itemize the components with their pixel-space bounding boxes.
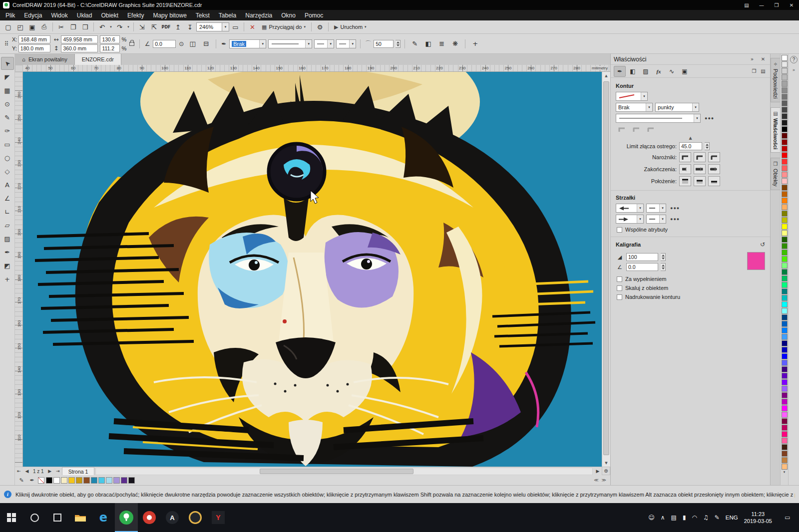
palette-color-swatch[interactable] xyxy=(782,405,788,411)
palette-color-swatch[interactable] xyxy=(782,237,788,243)
palette-color-swatch[interactable] xyxy=(782,191,788,197)
menu-efekty[interactable]: Efekty xyxy=(123,10,148,20)
crop-tool[interactable]: ▦ xyxy=(1,84,14,97)
text-tool[interactable]: A xyxy=(1,178,14,191)
zoom-level-combo[interactable]: 246%▾ xyxy=(196,22,229,31)
docker-options-icon[interactable]: ▤ xyxy=(759,67,767,75)
object-width-field[interactable]: 459.958 mm xyxy=(61,35,98,43)
menu-obiekt[interactable]: Obiekt xyxy=(96,10,123,20)
zoom-out-icon[interactable]: ↧ xyxy=(184,22,196,32)
dropdown-caret-icon[interactable]: ▾ xyxy=(108,22,113,32)
corner-roundness-spinner[interactable] xyxy=(396,40,400,48)
add-plus-icon[interactable]: + xyxy=(469,38,481,49)
side-tab-podpowiedzi[interactable]: ✧Podpowiedzi xyxy=(771,58,781,102)
color-eyedropper-tool[interactable]: ✒ xyxy=(1,246,14,259)
people-icon[interactable]: ☺ xyxy=(648,514,655,521)
outline-width-value-dropdown[interactable]: Brak ▾ xyxy=(616,103,653,112)
palette-color-swatch[interactable] xyxy=(782,152,788,158)
document-tab-enzore-cdr[interactable]: ENZORE.cdr xyxy=(75,54,121,65)
outline-color-dropdown[interactable]: ▾ xyxy=(616,92,648,101)
document-color-swatch[interactable] xyxy=(128,477,135,484)
nib-angle-field[interactable]: 0.0 xyxy=(626,263,658,271)
document-color-swatch[interactable] xyxy=(91,477,97,484)
palette-color-swatch[interactable] xyxy=(782,146,788,152)
menu-plik[interactable]: Plik xyxy=(1,10,19,20)
palette-color-swatch[interactable] xyxy=(782,288,788,294)
palette-color-swatch[interactable] xyxy=(782,204,788,210)
docker-close-icon[interactable]: ✕ xyxy=(759,55,767,63)
copy-icon[interactable]: ❐ xyxy=(67,22,79,32)
vertical-ruler[interactable]: 2602502402302202102001901801701601501401… xyxy=(15,72,23,467)
palette-color-swatch[interactable] xyxy=(782,185,788,191)
arrow-end-style-dropdown[interactable]: ▾ xyxy=(646,215,666,224)
publish-pdf-icon[interactable]: PDF xyxy=(160,22,172,32)
palette-color-swatch[interactable] xyxy=(782,412,788,418)
pinned-app[interactable]: Y xyxy=(207,503,230,532)
y-position-field[interactable]: 180.0 mm xyxy=(18,44,50,52)
pen-nib-icon[interactable]: ✒ xyxy=(27,476,36,484)
wifi-icon[interactable]: ◠ xyxy=(692,514,697,521)
outline-units-dropdown[interactable]: punkty ▾ xyxy=(655,103,699,112)
side-tab-właściwości[interactable]: ▤Właściwości xyxy=(771,107,781,153)
dropdown-caret-icon[interactable]: ▾ xyxy=(126,22,131,32)
palette-color-swatch[interactable] xyxy=(782,314,788,320)
palette-color-swatch[interactable] xyxy=(782,282,788,288)
transparency-tab-icon[interactable]: ▨ xyxy=(640,66,652,77)
last-page-button[interactable]: ⇥ xyxy=(54,468,62,475)
paste-icon[interactable]: ❒ xyxy=(79,22,91,32)
palette-color-swatch[interactable] xyxy=(782,399,788,405)
menu-pomoc[interactable]: Pomoc xyxy=(300,10,328,20)
palette-color-swatch[interactable] xyxy=(782,347,788,353)
palette-color-swatch[interactable] xyxy=(782,457,788,463)
curve-tab-icon[interactable]: ∿ xyxy=(666,66,678,77)
palette-color-swatch[interactable] xyxy=(782,256,788,262)
menu-edycja[interactable]: Edycja xyxy=(19,10,46,20)
arrow-start-style-dropdown[interactable]: ▾ xyxy=(646,204,666,213)
shape-tool[interactable]: ◤ xyxy=(1,70,14,83)
outline-style-icon[interactable]: ◧ xyxy=(422,38,434,49)
restore-button[interactable]: ❐ xyxy=(769,0,784,10)
chevron-up-icon[interactable]: ∧ xyxy=(661,514,665,521)
ellipse-tool[interactable]: ○ xyxy=(1,151,14,164)
full-screen-preview-icon[interactable]: ▭ xyxy=(230,22,241,32)
palette-color-swatch[interactable] xyxy=(782,55,788,61)
mirror-horizontal-icon[interactable]: ◫ xyxy=(187,38,198,49)
nib-stretch-spinner[interactable] xyxy=(661,253,666,261)
palette-color-swatch[interactable] xyxy=(782,379,788,385)
scale-height-field[interactable]: 111.2 xyxy=(100,44,120,52)
vertical-scroll-track[interactable] xyxy=(602,79,610,459)
palette-color-swatch[interactable] xyxy=(782,301,788,307)
artistic-pen-icon[interactable]: ✎ xyxy=(409,38,420,49)
horizontal-scroll-track[interactable] xyxy=(95,468,593,475)
position-inside-button[interactable] xyxy=(708,176,720,186)
first-page-button[interactable]: ⇤ xyxy=(15,468,23,475)
scroll-down-icon[interactable]: ▼ xyxy=(602,459,610,467)
snap-off-icon[interactable]: ✕ xyxy=(247,22,258,32)
outline-width-dropdown[interactable]: Brak ▾ xyxy=(229,39,266,48)
palette-color-swatch[interactable] xyxy=(782,340,788,346)
miter-limit-field[interactable]: 45.0 xyxy=(679,142,702,150)
document-color-swatch[interactable] xyxy=(53,477,60,484)
connector-tool[interactable]: ∟ xyxy=(1,205,14,218)
volume-icon[interactable]: ♫ xyxy=(703,514,709,521)
polygon-tool[interactable]: ◇ xyxy=(1,165,14,178)
side-tab-obiekty[interactable]: ❒Obiekty xyxy=(771,158,781,190)
interactive-fill-tool[interactable]: ◩ xyxy=(1,259,14,272)
start-button[interactable] xyxy=(0,503,23,532)
behind-fill-checkbox[interactable] xyxy=(617,276,622,282)
menu-widok[interactable]: Widok xyxy=(46,10,72,20)
palette-color-swatch[interactable] xyxy=(782,230,788,236)
help-icon[interactable]: ? xyxy=(790,56,798,63)
more-tools-button[interactable]: + xyxy=(1,272,14,285)
application-launcher-dropdown[interactable]: ▶Uruchom▾ xyxy=(331,22,370,32)
cap-butt-button[interactable] xyxy=(679,164,691,174)
menu-tekst[interactable]: Tekst xyxy=(191,10,214,20)
palette-color-swatch[interactable] xyxy=(782,159,788,165)
lock-ratio-icon[interactable] xyxy=(129,42,134,46)
new-document-icon[interactable]: ▢ xyxy=(2,22,14,32)
zoom-tool[interactable]: ⊙ xyxy=(1,97,14,110)
undo-icon[interactable]: ↶ xyxy=(96,22,108,32)
palette-color-swatch[interactable] xyxy=(782,94,788,100)
palette-color-swatch[interactable] xyxy=(782,295,788,301)
scale-with-object-checkbox[interactable] xyxy=(617,285,622,291)
